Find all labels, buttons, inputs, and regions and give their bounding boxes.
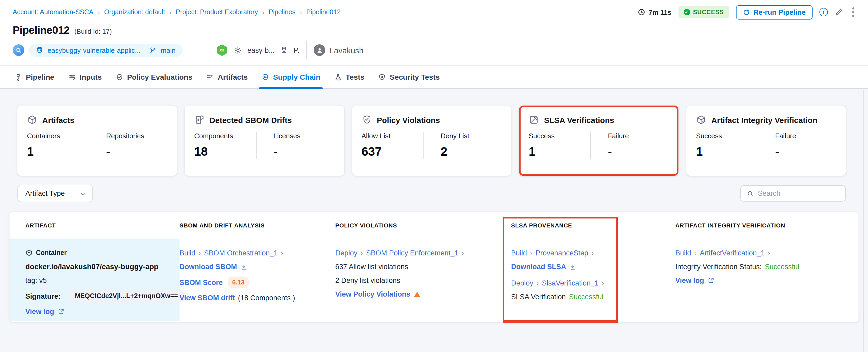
card-artifacts: Artifacts Containers 1 Repositories - (18, 105, 177, 176)
integrity-stage-link[interactable]: Build (675, 249, 691, 257)
ci-module-icon (13, 44, 24, 56)
col-artifact: ARTIFACT (9, 222, 180, 228)
sbom-step-link[interactable]: SBOM Orchestration_1 (204, 249, 278, 257)
more-options-icon[interactable] (850, 6, 857, 18)
breadcrumb-organization[interactable]: Organization: default (104, 8, 165, 16)
slsa-build-stage-link[interactable]: Build (511, 249, 527, 257)
clock-icon (638, 8, 645, 16)
download-sbom-link[interactable]: Download SBOM (180, 263, 237, 271)
meta-row: easybuggy-vulnerable-applic... main ∞ ea… (0, 36, 868, 65)
artifact-type-select[interactable]: Artifact Type (18, 185, 93, 202)
view-sbom-drift-link[interactable]: View SBOM drift (180, 294, 235, 302)
supply-chain-content: Artifacts Containers 1 Repositories - (0, 89, 868, 351)
slsa-icon (529, 115, 539, 125)
card-slsa-verifications: SLSA Verifications Success 1 Failure - (519, 105, 679, 176)
security-shield-icon (378, 73, 386, 81)
drift-component-count: (18 Components ) (238, 294, 295, 302)
table-row: Container docker.io/lavakush07/easy-bugg… (9, 238, 859, 319)
breadcrumb-project[interactable]: Project: Product Exploratory (176, 8, 258, 16)
user-name: Lavakush (330, 46, 364, 55)
cube-icon (27, 115, 37, 125)
search-icon (747, 190, 754, 197)
sbom-score-link[interactable]: SBOM Score (180, 278, 223, 286)
tab-supply-chain[interactable]: Supply Chain (254, 66, 327, 88)
chevron-right-icon: › (694, 249, 697, 257)
vertical-divider (307, 41, 307, 59)
slsa-deploy-stage-link[interactable]: Deploy (511, 279, 533, 287)
artifact-verification-step-link[interactable]: ArtifactVerification_1 (700, 249, 765, 257)
gear-icon (233, 46, 242, 55)
rerun-pipeline-button[interactable]: Re-run Pipeline (736, 5, 812, 19)
card-sbom-drifts: Detected SBOM Drifts Components 18 Licen… (185, 105, 344, 176)
stat-integrity-success: Success 1 (696, 132, 758, 159)
slsa-status-value: Successful (569, 293, 603, 301)
stat-slsa-success: Success 1 (529, 132, 591, 159)
signature-value: MEQCICde2Vjl...L+2+mqnOXw== (69, 290, 184, 302)
col-sbom: SBOM AND DRIFT ANALYSIS (180, 222, 335, 228)
page-title: Pipeline012 (13, 24, 70, 36)
download-icon (569, 263, 577, 270)
chevron-right-icon: › (361, 249, 363, 257)
table-header: ARTIFACT SBOM AND DRIFT ANALYSIS POLICY … (9, 212, 859, 238)
download-icon (240, 263, 248, 270)
breadcrumb-pipeline012[interactable]: Pipeline012 (306, 8, 341, 16)
search-input[interactable] (758, 189, 839, 197)
policy-stage-link[interactable]: Deploy (335, 249, 358, 257)
download-slsa-link[interactable]: Download SLSA (511, 263, 566, 271)
sbom-cell: Build › SBOM Orchestration_1 › Download … (180, 238, 335, 321)
sbom-score-badge[interactable]: 6.13 (228, 277, 249, 288)
tab-pipeline[interactable]: Pipeline (7, 66, 61, 88)
shield-check-icon (115, 73, 123, 81)
tab-tests[interactable]: Tests (327, 66, 371, 88)
tab-security-tests[interactable]: Security Tests (371, 66, 446, 88)
provenance-step-link[interactable]: ProvenanceStep (536, 249, 588, 257)
chevron-right-icon: › (262, 8, 265, 16)
repo-name[interactable]: easybuggy-vulnerable-applic... (48, 46, 141, 54)
cube-verified-icon (696, 115, 707, 125)
chevron-right-icon: › (601, 279, 604, 287)
integrity-cell: Build › ArtifactVerification_1 › Integri… (675, 238, 859, 321)
chevron-right-icon: › (461, 249, 464, 257)
repo-pill: easybuggy-vulnerable-applic... main (29, 43, 182, 57)
tab-label: Artifacts (218, 73, 248, 81)
slsa-verification-step-link[interactable]: SlsaVerification_1 (542, 279, 599, 287)
flask-icon (334, 73, 342, 81)
tab-inputs[interactable]: Inputs (61, 66, 108, 88)
stat-deny-list: Deny List 2 (423, 132, 502, 159)
artifact-image-name: docker.io/lavakush07/easy-buggy-app (25, 262, 158, 271)
branch-name[interactable]: main (161, 46, 176, 54)
summary-cards: Artifacts Containers 1 Repositories - (0, 105, 868, 176)
sbom-document-icon (194, 115, 205, 125)
status-text: SUCCESS (693, 9, 724, 15)
card-policy-violations: Policy Violations Allow List 637 Deny Li… (352, 105, 512, 176)
artifacts-icon (206, 73, 214, 81)
infrastructure-icon (280, 46, 288, 54)
slsa-cell: Build › ProvenanceStep › Download SLSA D… (511, 238, 675, 321)
sbom-stage-link[interactable]: Build (180, 249, 195, 257)
scrollbar[interactable] (863, 90, 864, 352)
breadcrumb-account[interactable]: Account: Automation-SSCA (13, 8, 93, 16)
view-policy-violations-link[interactable]: View Policy Violations (335, 290, 410, 298)
supply-chain-page: Account: Automation-SSCA › Organization:… (0, 0, 868, 352)
trigger-info: ∞ easy-b... P. (216, 44, 300, 56)
breadcrumb-pipelines[interactable]: Pipelines (269, 8, 296, 16)
col-integrity: ARTIFACT INTEGRITY VERIFICATION (675, 222, 859, 228)
policy-step-link[interactable]: SBOM Policy Enforcement_1 (366, 249, 459, 257)
deny-list-violations: 2 Deny list violations (335, 277, 400, 284)
webhook-trigger-icon: ∞ (216, 44, 228, 56)
card-title: SLSA Verifications (544, 115, 614, 124)
tab-policy-evaluations[interactable]: Policy Evaluations (108, 66, 199, 88)
chevron-right-icon: › (768, 249, 770, 257)
chevron-right-icon: › (591, 249, 594, 257)
view-log-link[interactable]: View log (675, 277, 704, 284)
view-log-link[interactable]: View log (25, 308, 54, 316)
chevron-right-icon: › (530, 249, 532, 257)
tab-artifacts[interactable]: Artifacts (199, 66, 255, 88)
build-duration: 7m 11s (638, 8, 671, 16)
edit-pencil-icon[interactable] (835, 8, 843, 17)
chevron-right-icon: › (536, 279, 539, 287)
filter-row: Artifact Type (18, 185, 846, 202)
policy-cell: Deploy › SBOM Policy Enforcement_1 › 637… (335, 238, 511, 321)
signature-label: Signature: (25, 292, 61, 300)
info-icon[interactable]: i (819, 8, 828, 17)
